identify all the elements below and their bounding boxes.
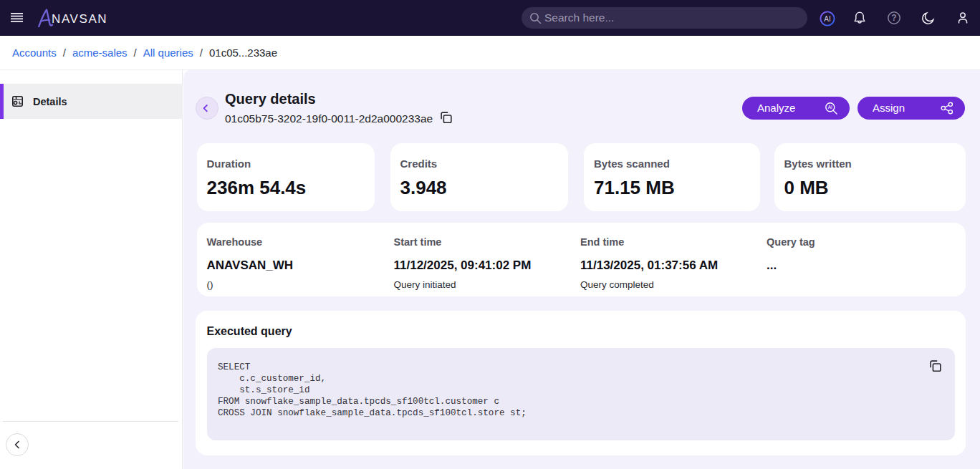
svg-text:AI: AI — [824, 15, 830, 23]
svg-text:?: ? — [891, 13, 896, 23]
svg-text:AI: AI — [828, 105, 832, 110]
